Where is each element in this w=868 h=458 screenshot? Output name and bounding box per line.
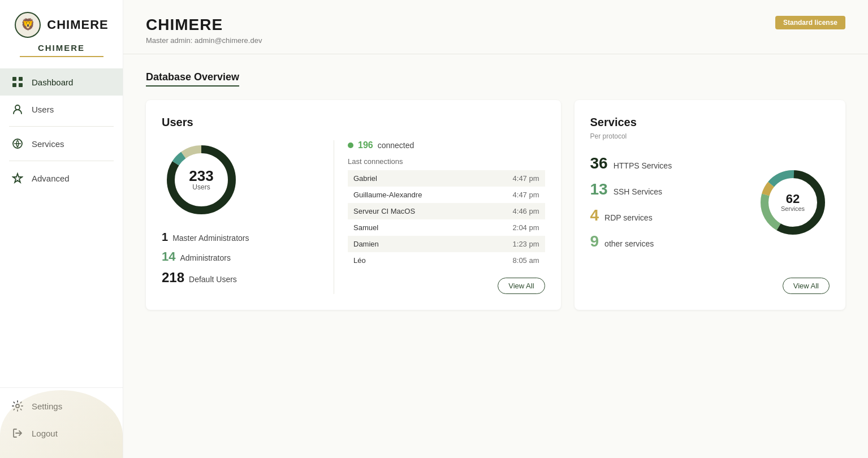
rdp-label: RDP services <box>604 213 653 222</box>
connection-time: 4:47 pm <box>482 187 545 203</box>
page-title: CHIMERE <box>146 16 262 34</box>
connection-time: 1:23 pm <box>482 236 545 252</box>
svg-point-6 <box>15 105 20 110</box>
other-label: other services <box>604 239 654 248</box>
services-donut-center: 62 Services <box>781 193 805 212</box>
default-user-label: Default Users <box>189 275 237 284</box>
connected-header: 196 connected <box>348 140 545 150</box>
connection-name: Damien <box>348 236 482 252</box>
services-card: Services Per protocol 36 HTTPS Services … <box>575 100 845 310</box>
users-icon <box>11 103 24 115</box>
services-card-inner: 36 HTTPS Services 13 SSH Services 4 RDP … <box>590 149 830 255</box>
connection-time: 4:47 pm <box>482 170 545 187</box>
nav-divider-1 <box>9 126 114 127</box>
https-count: 36 <box>590 154 608 172</box>
users-donut-label: Users <box>189 183 213 191</box>
sidebar-item-advanced[interactable]: Advanced <box>0 165 123 192</box>
master-admin-stat: 1 Master Administrators <box>162 231 249 244</box>
sidebar-brand-text: CHIMERE <box>47 18 108 32</box>
svg-rect-5 <box>19 83 23 87</box>
dashboard-label: Dashboard <box>32 77 73 87</box>
sidebar-name-text: CHIMERE <box>20 43 103 57</box>
connection-time: 2:04 pm <box>482 219 545 236</box>
logout-label: Logout <box>32 429 58 438</box>
admin-stat: 14 Administrators <box>162 249 249 264</box>
users-label: Users <box>32 105 54 114</box>
dashboard-cards: Users <box>146 100 845 310</box>
connection-name: Serveur CI MacOS <box>348 203 482 219</box>
ssh-stat: 13 SSH Services <box>590 180 745 198</box>
users-card-inner: 233 Users 1 Master Administrators 14 <box>162 140 545 294</box>
rdp-count: 4 <box>590 206 599 224</box>
main-body: Database Overview Users <box>123 54 868 327</box>
last-connections-label: Last connections <box>348 157 545 166</box>
connection-row: Damien1:23 pm <box>348 236 545 252</box>
page-subtitle: Master admin: admin@chimere.dev <box>146 36 262 45</box>
main-header: CHIMERE Master admin: admin@chimere.dev … <box>123 0 868 54</box>
user-stats: 1 Master Administrators 14 Administrator… <box>162 231 249 286</box>
advanced-icon <box>11 172 24 184</box>
https-stat: 36 HTTPS Services <box>590 154 745 172</box>
settings-label: Settings <box>32 401 62 411</box>
header-text-group: CHIMERE Master admin: admin@chimere.dev <box>146 16 262 45</box>
svg-text:🦁: 🦁 <box>21 18 35 31</box>
sidebar-item-settings[interactable]: Settings <box>0 392 123 420</box>
sidebar-logo-area: 🦁 CHIMERE CHIMERE <box>0 0 123 64</box>
chimere-logo-icon: 🦁 <box>14 11 41 38</box>
connection-time: 4:46 pm <box>482 203 545 219</box>
admin-label: Administrators <box>180 253 230 262</box>
users-divider <box>334 140 334 294</box>
connection-row: Samuel2:04 pm <box>348 219 545 236</box>
services-card-header: Services Per protocol <box>590 116 830 149</box>
rdp-stat: 4 RDP services <box>590 206 745 224</box>
services-stats: 36 HTTPS Services 13 SSH Services 4 RDP … <box>590 154 745 250</box>
svg-rect-4 <box>12 83 16 87</box>
connection-name: Guillaume-Alexandre <box>348 187 482 203</box>
users-left-panel: 233 Users 1 Master Administrators 14 <box>162 140 320 294</box>
sidebar-bottom: Settings Logout <box>0 387 123 458</box>
nav-divider-2 <box>9 161 114 161</box>
services-label: Services <box>32 139 64 149</box>
logo-row: 🦁 CHIMERE <box>14 11 108 38</box>
users-donut-center: 233 Users <box>189 168 213 191</box>
other-stat: 9 other services <box>590 232 745 250</box>
connection-row: Léo8:05 am <box>348 252 545 269</box>
connection-row: Guillaume-Alexandre4:47 pm <box>348 187 545 203</box>
users-view-all-button[interactable]: View All <box>498 278 545 294</box>
connected-count: 196 <box>358 140 373 150</box>
sidebar-item-dashboard[interactable]: Dashboard <box>0 68 123 96</box>
sidebar: 🦁 CHIMERE CHIMERE Dashboard <box>0 0 123 458</box>
sidebar-item-users[interactable]: Users <box>0 96 123 123</box>
https-label: HTTPS Services <box>614 161 672 170</box>
svg-rect-2 <box>12 77 16 81</box>
services-total-number: 62 <box>781 193 805 205</box>
connection-time: 8:05 am <box>482 252 545 269</box>
section-title: Database Overview <box>146 71 239 87</box>
services-donut-label: Services <box>781 205 805 212</box>
default-user-stat: 218 Default Users <box>162 270 249 286</box>
ssh-count: 13 <box>590 180 608 198</box>
connection-row: Serveur CI MacOS4:46 pm <box>348 203 545 219</box>
advanced-label: Advanced <box>32 174 70 183</box>
connection-row: Gabriel4:47 pm <box>348 170 545 187</box>
connected-dot <box>348 142 353 148</box>
svg-point-8 <box>16 404 19 408</box>
admin-count: 14 <box>162 249 175 264</box>
users-donut-wrapper: 233 Users <box>162 140 241 219</box>
services-view-all-button[interactable]: View All <box>783 278 830 294</box>
users-card: Users <box>146 100 561 310</box>
default-user-count: 218 <box>162 270 184 286</box>
services-icon <box>11 137 24 150</box>
services-card-title: Services <box>590 116 830 129</box>
users-card-title: Users <box>162 116 545 129</box>
master-admin-label: Master Administrators <box>172 234 249 243</box>
sidebar-item-logout[interactable]: Logout <box>0 420 123 447</box>
master-admin-count: 1 <box>162 231 168 244</box>
logout-icon <box>11 427 24 439</box>
connection-name: Léo <box>348 252 482 269</box>
connection-name: Gabriel <box>348 170 482 187</box>
dashboard-icon <box>11 76 24 88</box>
connection-name: Samuel <box>348 219 482 236</box>
users-right-panel: 196 connected Last connections Gabriel4:… <box>348 140 545 294</box>
sidebar-item-services[interactable]: Services <box>0 130 123 157</box>
